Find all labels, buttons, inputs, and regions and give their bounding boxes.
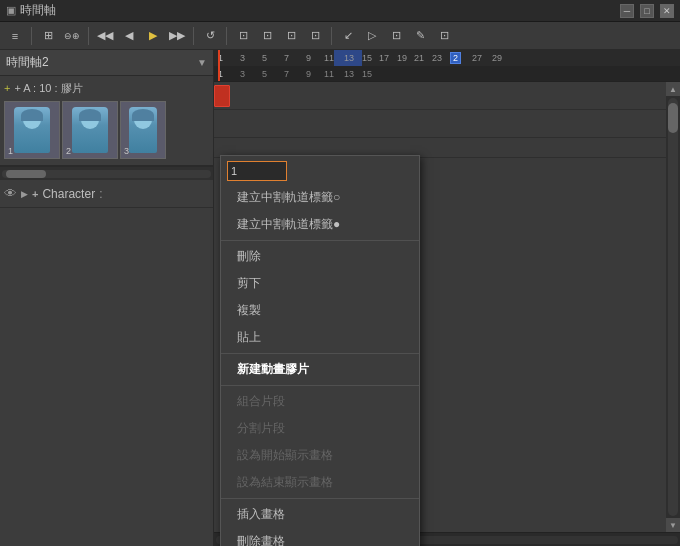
ruler2-num-13: 13 [344,69,354,79]
ctx-sep-3 [221,385,419,386]
title-bar-left: ▣ 時間軸 [6,2,56,19]
track-dropdown[interactable]: 時間軸2 ▼ [0,50,213,76]
ctx-sep-4 [221,498,419,499]
ctx-item-paste[interactable]: 貼上 [221,324,419,351]
tool-6[interactable]: ▷ [361,25,383,47]
h-scroll-track[interactable] [2,170,211,178]
ctx-item-create-half-circle[interactable]: 建立中割軌道標籤○ [221,184,419,211]
ruler-num-17: 17 [379,53,389,63]
tool-1[interactable]: ⊡ [232,25,254,47]
ctx-item-delete[interactable]: 刪除 [221,243,419,270]
film-frame-2[interactable]: 2 [62,101,118,159]
menu-button[interactable]: ≡ [4,25,26,47]
loop-button[interactable]: ↺ [199,25,221,47]
ctx-sep-2 [221,353,419,354]
ctx-item-cut[interactable]: 剪下 [221,270,419,297]
app-icon: ▣ [6,4,16,17]
tool-7[interactable]: ⊡ [385,25,407,47]
tool-3[interactable]: ⊡ [280,25,302,47]
ctx-item-delete-frame[interactable]: 刪除畫格 [221,528,419,546]
ctx-item-combine-clips: 組合片段 [221,388,419,415]
prev-button[interactable]: ◀ [118,25,140,47]
track-colon: : [99,187,102,201]
ruler-num-23: 23 [432,53,442,63]
v-scrollbar[interactable]: ▲ ▼ [666,82,680,532]
ctx-item-insert-frame[interactable]: 插入畫格 [221,501,419,528]
left-panel: 時間軸2 ▼ + + A : 10 : 膠片 1 2 3 [0,50,214,546]
tool-2[interactable]: ⊡ [256,25,278,47]
h-scroll-thumb[interactable] [6,170,46,178]
zoom-button[interactable]: ⊖⊕ [61,25,83,47]
tool-9[interactable]: ⊡ [433,25,455,47]
h-scrollbar-filmstrip[interactable] [0,166,213,180]
next-button[interactable]: ▶▶ [166,25,188,47]
v-scroll-thumb[interactable] [668,103,678,133]
ctx-item-set-end-frame: 設為結束顯示畫格 [221,469,419,496]
toolbar-sep-4 [226,27,227,45]
track-name-character: Character [42,187,95,201]
clip-red[interactable] [214,85,230,107]
tool-4[interactable]: ⊡ [304,25,326,47]
fold-icon[interactable]: ▶ [21,189,28,199]
ctx-item-set-start-frame: 設為開始顯示畫格 [221,442,419,469]
ruler2-num-7: 7 [284,69,289,79]
timeline-row-character [214,110,666,138]
scroll-down-button[interactable]: ▼ [666,518,680,532]
v-scroll-track[interactable] [668,98,678,516]
chevron-down-icon: ▼ [197,57,207,68]
ruler-num-29: 29 [492,53,502,63]
scroll-up-button[interactable]: ▲ [666,82,680,96]
sprite-3 [129,107,157,153]
frame-num-2: 2 [66,146,71,156]
context-menu: 建立中割軌道標籤○ 建立中割軌道標籤● 刪除 剪下 複製 貼上 新建動畫膠片 組… [220,155,420,546]
context-menu-input-row [221,158,419,184]
ruler-num-27: 27 [472,53,482,63]
add-icon: + [4,82,10,94]
ctx-item-new-animation[interactable]: 新建動畫膠片 [221,356,419,383]
tool-5[interactable]: ↙ [337,25,359,47]
ruler2-num-9: 9 [306,69,311,79]
new-button[interactable]: ⊞ [37,25,59,47]
close-button[interactable]: ✕ [660,4,674,18]
ctx-sep-1 [221,240,419,241]
ctx-item-copy[interactable]: 複製 [221,297,419,324]
ruler-num-7: 7 [284,53,289,63]
playhead [218,50,220,81]
ruler-num-19: 19 [397,53,407,63]
film-frame-3[interactable]: 3 [120,101,166,159]
ctx-item-split-clips: 分割片段 [221,415,419,442]
eye-icon[interactable]: 👁 [4,186,17,201]
ruler-num-25-hl: 2 [450,52,461,64]
minimize-button[interactable]: ─ [620,4,634,18]
ruler-num-13: 13 [344,53,354,63]
ruler2-num-15: 15 [362,69,372,79]
plus-icon[interactable]: + [32,188,38,200]
ruler-num-9: 9 [306,53,311,63]
toolbar-sep-1 [31,27,32,45]
ruler-num-3: 3 [240,53,245,63]
title-bar: ▣ 時間軸 ─ □ ✕ [0,0,680,22]
sprite-2 [72,107,108,153]
filmstrip-header: + + A : 10 : 膠片 [4,80,209,96]
film-frame-1[interactable]: 1 [4,101,60,159]
filmstrip-label: + A : 10 : 膠片 [14,81,82,96]
tool-8[interactable]: ✎ [409,25,431,47]
ruler2-num-11: 11 [324,69,334,79]
timeline-row-clip [214,82,666,110]
filmstrip-area: + + A : 10 : 膠片 1 2 3 [0,76,213,166]
toolbar-sep-5 [331,27,332,45]
ruler2-num-5: 5 [262,69,267,79]
toolbar: ≡ ⊞ ⊖⊕ ◀◀ ◀ ▶ ▶▶ ↺ ⊡ ⊡ ⊡ ⊡ ↙ ▷ ⊡ ✎ ⊡ [0,22,680,50]
maximize-button[interactable]: □ [640,4,654,18]
track-item-character[interactable]: 👁 ▶ + Character : [0,180,213,208]
toolbar-sep-2 [88,27,89,45]
ctx-item-create-half-dot[interactable]: 建立中割軌道標籤● [221,211,419,238]
ruler-row-1: 1 3 5 7 9 11 13 15 17 19 21 23 2 27 29 [214,50,680,66]
context-menu-input[interactable] [227,161,287,181]
ruler2-num-3: 3 [240,69,245,79]
frame-num-1: 1 [8,146,13,156]
window-title: 時間軸 [20,2,56,19]
frame-num-3: 3 [124,146,129,156]
play-button[interactable]: ▶ [142,25,164,47]
prev-first-button[interactable]: ◀◀ [94,25,116,47]
